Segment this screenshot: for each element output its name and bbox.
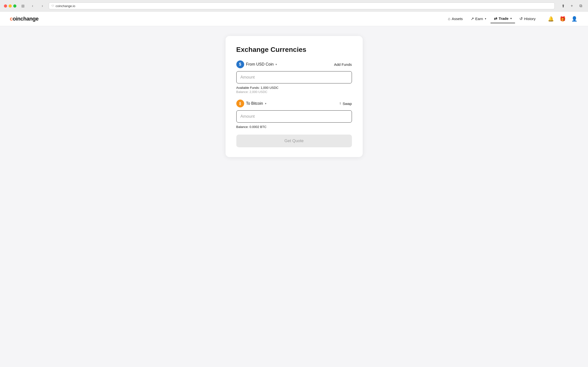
navbar: coinchange ⌂ Assets ↗ Earn ▾ ⇄ Trade ▾ ↺… — [0, 11, 588, 26]
from-currency-selector[interactable]: $ From USD Coin ▾ — [236, 60, 277, 68]
usdc-icon: $ — [236, 60, 244, 68]
nav-assets[interactable]: ⌂ Assets — [444, 15, 466, 23]
nav-earn-label: Earn — [475, 17, 483, 21]
from-currency-row: $ From USD Coin ▾ Add Funds — [236, 60, 352, 68]
history-icon: ↺ — [519, 16, 523, 21]
nav-links: ⌂ Assets ↗ Earn ▾ ⇄ Trade ▾ ↺ History — [444, 14, 539, 23]
nav-history-label: History — [524, 17, 536, 21]
available-funds-text: Available Funds: 1,000 USDC — [236, 86, 352, 90]
close-window-button[interactable] — [4, 4, 7, 8]
to-amount-input[interactable] — [240, 114, 348, 119]
get-quote-button[interactable]: Get Quote — [236, 135, 352, 147]
traffic-lights — [4, 4, 16, 8]
logo[interactable]: coinchange — [10, 16, 38, 22]
minimize-window-button[interactable] — [9, 4, 12, 8]
to-currency-row: ₿ To Bitcoin ▾ ↑ Swap — [236, 100, 352, 107]
forward-button[interactable]: › — [39, 2, 46, 9]
to-currency-chevron-icon: ▾ — [265, 102, 266, 105]
trade-icon: ⇄ — [494, 16, 497, 21]
home-icon: ⌂ — [448, 17, 450, 21]
logo-rest: oinchange — [13, 16, 39, 22]
footer: Contact Us · Terms of Use · Privacy Poli… — [0, 364, 588, 367]
logo-c-letter: c — [10, 16, 13, 22]
btc-balance-text: Balance: 0.0002 BTC — [236, 125, 352, 129]
from-balance-info: Available Funds: 1,000 USDC Balance: 2,0… — [236, 86, 352, 94]
btc-icon: ₿ — [236, 100, 244, 107]
nav-actions: 🔔 🎁 👤 — [547, 15, 578, 23]
logo-text: coinchange — [10, 16, 38, 22]
notifications-button[interactable]: 🔔 — [547, 15, 555, 23]
nav-trade-label: Trade — [499, 16, 508, 21]
from-currency-label: From USD Coin — [246, 62, 274, 67]
to-currency-label: To Bitcoin — [246, 101, 263, 106]
sidebar-toggle-button[interactable]: ⊞ — [19, 2, 26, 9]
url-text: coinchange.io — [56, 4, 75, 8]
earn-chevron-icon: ▾ — [485, 17, 486, 20]
rewards-button[interactable]: 🎁 — [559, 15, 566, 23]
from-balance-text: Balance: 2,000 USDC — [236, 90, 352, 94]
nav-assets-label: Assets — [452, 17, 463, 21]
share-button[interactable]: ⬆ — [560, 2, 566, 9]
from-amount-input[interactable] — [240, 75, 348, 80]
security-icon: 🛡 — [51, 4, 54, 7]
swap-arrows-icon: ↑ — [339, 101, 341, 106]
to-amount-input-wrapper — [236, 110, 352, 123]
new-tab-button[interactable]: + — [568, 2, 575, 9]
nav-history[interactable]: ↺ History — [516, 14, 539, 23]
fullscreen-window-button[interactable] — [13, 4, 16, 8]
swap-button[interactable]: ↑ Swap — [339, 100, 352, 107]
nav-earn[interactable]: ↗ Earn ▾ — [467, 14, 490, 23]
trade-chevron-icon: ▾ — [510, 17, 512, 20]
exchange-card: Exchange Currencies $ From USD Coin ▾ Ad… — [226, 36, 363, 157]
back-button[interactable]: ‹ — [29, 2, 36, 9]
tabs-overview-button[interactable]: ⧉ — [577, 2, 584, 9]
add-funds-link[interactable]: Add Funds — [334, 62, 352, 67]
nav-trade[interactable]: ⇄ Trade ▾ — [491, 14, 515, 23]
card-title: Exchange Currencies — [236, 46, 352, 54]
to-currency-selector[interactable]: ₿ To Bitcoin ▾ — [236, 100, 266, 107]
browser-actions: ⬆ + ⧉ — [560, 2, 584, 9]
browser-chrome: ⊞ ‹ › 🛡 coinchange.io ⬆ + ⧉ — [0, 0, 588, 11]
address-bar[interactable]: 🛡 coinchange.io — [49, 2, 555, 9]
earn-icon: ↗ — [471, 16, 474, 21]
profile-button[interactable]: 👤 — [570, 15, 578, 23]
from-amount-input-wrapper — [236, 71, 352, 83]
swap-label: Swap — [343, 102, 352, 106]
from-currency-chevron-icon: ▾ — [276, 63, 277, 66]
page-content: Exchange Currencies $ From USD Coin ▾ Ad… — [0, 26, 588, 364]
